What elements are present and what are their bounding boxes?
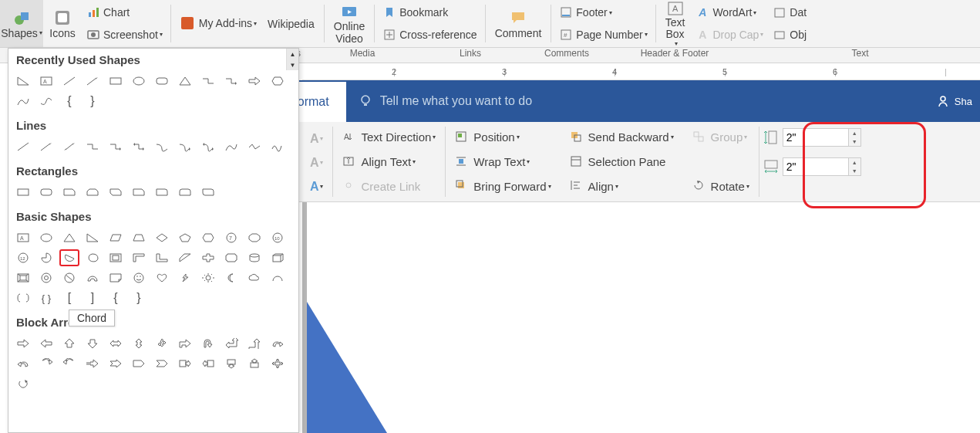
shape-round-diagonal[interactable]: [198, 184, 218, 201]
shape-chord[interactable]: [59, 249, 79, 266]
shape-arrow-bent[interactable]: [175, 335, 195, 352]
shape-arrow-quad-callout[interactable]: [268, 355, 288, 372]
shape-line[interactable]: [59, 73, 79, 90]
shape-arrow-left[interactable]: [36, 335, 56, 352]
shape-scribble[interactable]: [268, 138, 288, 155]
wrap-text-button[interactable]: Wrap Text▾: [450, 150, 555, 174]
online-video-button[interactable]: Online Video: [328, 0, 371, 47]
footer-button[interactable]: Footer▾: [554, 2, 652, 24]
shape-donut[interactable]: [36, 269, 56, 286]
text-effects-button[interactable]: A▾: [305, 174, 328, 198]
text-outline-button[interactable]: A▾: [305, 151, 328, 174]
shape-dodecagon[interactable]: 12: [13, 249, 33, 266]
shape-right-bracket[interactable]: ]: [83, 289, 103, 306]
shape-snip-round-single[interactable]: [129, 184, 149, 201]
shape-connector-elbow[interactable]: [198, 73, 218, 90]
shape-block-arc[interactable]: [83, 269, 103, 286]
shape-snip-same-side[interactable]: [83, 184, 103, 201]
shape-cloud[interactable]: [244, 269, 264, 286]
scroll-down-icon[interactable]: ▼: [287, 59, 298, 70]
shape-snip-diagonal[interactable]: [106, 184, 126, 201]
shape-connector-curved-arrow[interactable]: [175, 138, 195, 155]
date-time-button[interactable]: Dat: [768, 2, 811, 24]
shape-arrow-circular[interactable]: [13, 375, 33, 392]
shape-arrow-up[interactable]: [59, 335, 79, 352]
shape-arrow-pentagon[interactable]: [129, 355, 149, 372]
bring-forward-button[interactable]: Bring Forward▾: [450, 174, 555, 198]
shape-line-double-arrow[interactable]: [59, 138, 79, 155]
shape-teardrop[interactable]: [83, 249, 103, 266]
shape-heptagon[interactable]: 7: [221, 229, 241, 246]
shape-moon[interactable]: [221, 269, 241, 286]
group-button[interactable]: Group▾: [688, 125, 754, 150]
triangle-shape[interactable]: [307, 302, 387, 433]
shape-can[interactable]: [244, 249, 264, 266]
shape-text-box[interactable]: A: [36, 73, 56, 90]
shape-smiley-face[interactable]: [129, 269, 149, 286]
shape-sun[interactable]: [198, 269, 218, 286]
shape-parallelogram[interactable]: [106, 229, 126, 246]
spinner-down-icon[interactable]: ▼: [849, 167, 860, 175]
shape-arrow-striped-right[interactable]: [83, 355, 103, 372]
shape-connector-curved-double[interactable]: [198, 138, 218, 155]
shape-arrow-uturn[interactable]: [198, 335, 218, 352]
shape-heart[interactable]: [152, 269, 172, 286]
align-text-button[interactable]: Align Text▾: [338, 150, 440, 174]
chart-button[interactable]: Chart: [82, 2, 167, 24]
shape-plaque[interactable]: [221, 249, 241, 266]
shape-arrow-up-callout[interactable]: [244, 355, 264, 372]
shape-folded-corner[interactable]: [106, 269, 126, 286]
shape-oval[interactable]: [36, 229, 56, 246]
shape-rounded-rectangle[interactable]: [152, 73, 172, 90]
shape-snip-single-corner[interactable]: [59, 184, 79, 201]
scroll-up-icon[interactable]: ▲: [287, 49, 298, 59]
shape-connector-elbow-arrow[interactable]: [221, 73, 241, 90]
shape-half-frame[interactable]: [129, 249, 149, 266]
gallery-scrollbar[interactable]: ▲ ▼: [286, 49, 298, 70]
width-spinner[interactable]: ▲▼: [849, 157, 861, 176]
spinner-up-icon[interactable]: ▲: [849, 129, 860, 137]
drop-cap-button[interactable]: ADrop Cap▾: [691, 24, 768, 46]
shape-left-brace[interactable]: {: [106, 289, 126, 306]
shape-diagonal-stripe[interactable]: [175, 249, 195, 266]
page-number-button[interactable]: #Page Number▾: [554, 24, 652, 46]
selection-pane-button[interactable]: Selection Pane: [565, 150, 679, 174]
shape-right-triangle[interactable]: [83, 229, 103, 246]
shape-arrow-bent-up[interactable]: [244, 335, 264, 352]
shape-oval[interactable]: [129, 73, 149, 90]
shape-round-single-corner[interactable]: [152, 184, 172, 201]
shapes-button[interactable]: Shapes▾: [0, 0, 43, 47]
shape-connector-elbow[interactable]: [83, 138, 103, 155]
shape-left-brace[interactable]: {: [59, 93, 79, 110]
shape-lightning-bolt[interactable]: [175, 269, 195, 286]
shape-arrow-curved-down[interactable]: [59, 355, 79, 372]
shape-arrow-down[interactable]: [83, 335, 103, 352]
shape-decagon[interactable]: 10: [268, 229, 288, 246]
create-link-button[interactable]: Create Link: [338, 174, 440, 198]
shape-text-box[interactable]: A: [13, 229, 33, 246]
shape-octagon[interactable]: [244, 229, 264, 246]
shape-arrow-curved-left[interactable]: [13, 355, 33, 372]
shape-arrow-right-callout[interactable]: [175, 355, 195, 372]
shape-pentagon[interactable]: [175, 229, 195, 246]
shape-rectangle[interactable]: [13, 184, 33, 201]
shape-arrow-notched-right[interactable]: [106, 355, 126, 372]
shape-l-shape[interactable]: [152, 249, 172, 266]
send-backward-button[interactable]: Send Backward▾: [565, 125, 679, 150]
shape-arrow-left-right[interactable]: [106, 335, 126, 352]
text-fill-button[interactable]: A▾: [305, 127, 328, 151]
rotate-button[interactable]: Rotate▾: [688, 174, 754, 198]
height-spinner[interactable]: ▲▼: [849, 128, 861, 147]
shape-rounded-rectangle[interactable]: [36, 184, 56, 201]
share-button[interactable]: Sha: [928, 80, 980, 122]
align-button[interactable]: Align▾: [565, 174, 679, 198]
shape-pie[interactable]: [36, 249, 56, 266]
shape-double-bracket[interactable]: [13, 289, 33, 306]
shape-arrow-chevron[interactable]: [152, 355, 172, 372]
shape-cross[interactable]: [198, 249, 218, 266]
screenshot-button[interactable]: Screenshot▾: [82, 24, 167, 46]
spinner-up-icon[interactable]: ▲: [849, 158, 860, 167]
shape-freeform[interactable]: [36, 93, 56, 110]
shape-connector-elbow-arrow[interactable]: [106, 138, 126, 155]
shape-hexagon[interactable]: [198, 229, 218, 246]
